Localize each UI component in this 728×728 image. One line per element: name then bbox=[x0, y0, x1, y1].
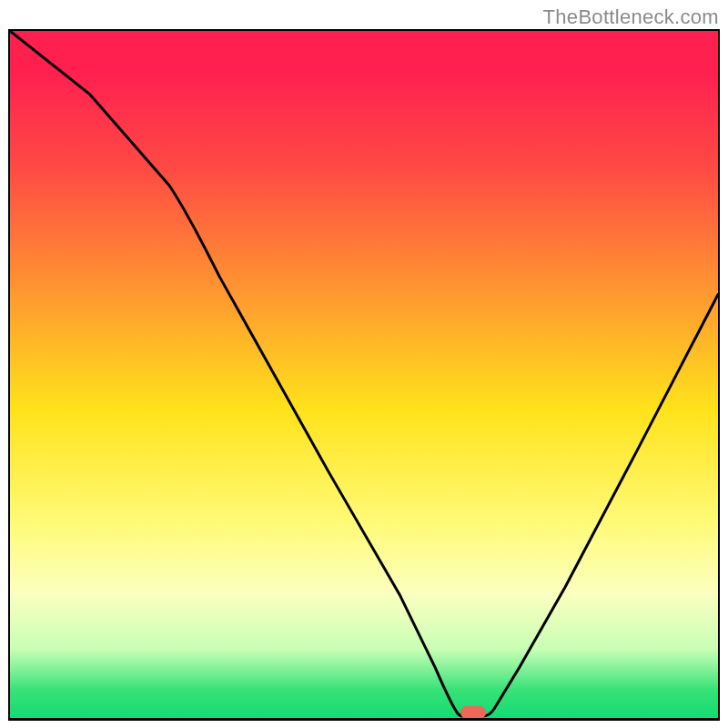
curve-svg bbox=[10, 31, 718, 718]
watermark-text: TheBottleneck.com bbox=[543, 5, 719, 29]
optimal-marker bbox=[460, 706, 486, 719]
plot-area bbox=[8, 29, 720, 721]
chart-root: TheBottleneck.com bbox=[0, 0, 728, 728]
bottleneck-curve bbox=[10, 31, 718, 716]
